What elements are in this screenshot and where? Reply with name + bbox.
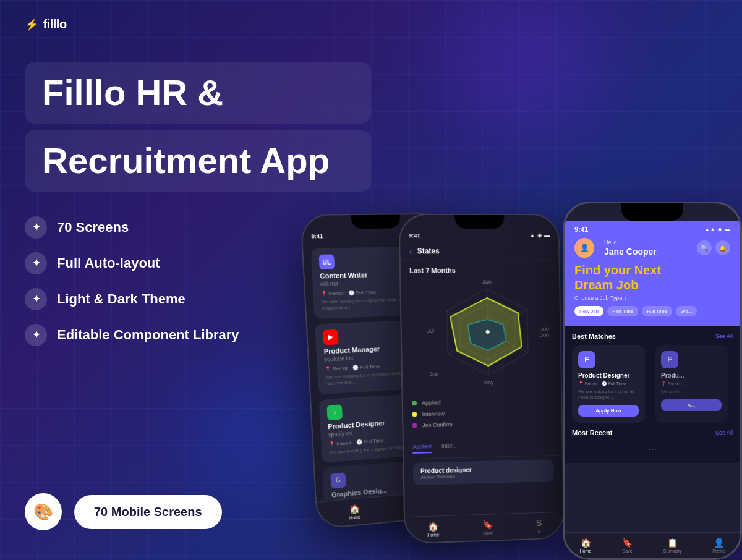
company-logo-2: ▶ <box>323 329 339 345</box>
bm-type-1: 🕐 Full Time <box>602 381 626 386</box>
tab-applied[interactable]: Applied <box>412 443 432 454</box>
nav-home-label-1: Home <box>349 515 360 520</box>
nav-home-1[interactable]: 🏠 Home <box>348 504 360 520</box>
feature-label-3: Light & Dark Theme <box>57 291 186 307</box>
phone-3-user-row: 👤 Hello Jane Cooper 🔍 🔔 <box>574 238 730 258</box>
feature-icon-4: ✦ <box>25 324 47 346</box>
phone-2-status-bar: 9:41 ▲ ◈ ▬ <box>400 229 558 243</box>
phone-3-user-info: 👤 Hello Jane Cooper <box>574 238 657 258</box>
company-logo-4: G <box>330 472 346 488</box>
brand-logo: ⚡ filllo <box>25 17 67 32</box>
phone-3-header: 9:41 ▲▲ ◈ ▬ 👤 Hello Jane Cooper 🔍 <box>565 221 740 326</box>
chip-new-job[interactable]: New Job <box>574 306 603 316</box>
chip-work[interactable]: Wo... <box>676 306 697 316</box>
job-type-1: 🕐 Full Time <box>348 289 376 295</box>
user-greeting-block: Hello Jane Cooper <box>604 239 657 257</box>
screens-badge[interactable]: 70 Mobile Screens <box>74 495 222 529</box>
job-type-2: 🕐 Full Time <box>352 363 380 370</box>
user-avatar: 👤 <box>574 238 594 258</box>
nav-summary-3[interactable]: 📋 Summary <box>663 538 682 553</box>
phone-2-notch <box>454 215 504 229</box>
chip-full-time[interactable]: Full Time <box>642 306 672 316</box>
chart-area: Last 7 Months Jan 300 200 Jul Jun May <box>401 260 561 395</box>
home-icon-1: 🏠 <box>349 504 360 515</box>
logo-icon: ⚡ <box>25 18 38 32</box>
best-match-card-2[interactable]: F Produ... 📍 Remo... We are lo... A... <box>655 345 728 423</box>
feature-label-1: 70 Screens <box>57 219 129 235</box>
radar-label-jul: Jul <box>427 328 434 334</box>
phone-1-notch <box>351 214 401 229</box>
nav-summary-label-3: Summary <box>663 549 682 553</box>
radar-label-may: May <box>484 380 495 386</box>
most-recent-title: Most Recent <box>572 429 612 436</box>
radar-label-300: 300 <box>540 326 549 333</box>
progress-items: Applied Interview Job Confirm <box>403 392 562 439</box>
phone-2-title: States <box>417 247 440 255</box>
phone-3-status-bar: 9:41 ▲▲ ◈ ▬ <box>574 226 730 233</box>
nav-summary-2[interactable]: S S <box>536 518 542 533</box>
phone-1-time: 9:41 <box>311 233 323 239</box>
notification-button[interactable]: 🔔 <box>715 240 730 255</box>
bm-title-2: Produ... <box>661 372 722 379</box>
feature-label-2: Full Auto-layout <box>57 255 160 271</box>
figma-badge[interactable]: 🎨 <box>25 493 62 530</box>
greeting-label: Hello <box>604 239 657 245</box>
company-logo-1: UL <box>319 254 335 269</box>
phone-3-time: 9:41 <box>574 226 588 233</box>
save-icon-3: 🔖 <box>622 538 633 548</box>
job-type-chips: New Job Part Time Full Time Wo... <box>574 306 730 316</box>
signal-icon-3: ▲▲ <box>704 226 715 232</box>
apply-now-button-2[interactable]: A... <box>661 399 722 411</box>
radar-svg: Jan 300 200 Jul Jun May <box>419 276 556 389</box>
dot-interview <box>412 412 417 417</box>
chip-part-time[interactable]: Part Time <box>607 306 638 316</box>
battery-icon-3: ▬ <box>725 226 730 232</box>
phone-3-notch <box>621 203 683 221</box>
nav-profile-3[interactable]: 👤 Profile <box>712 538 725 553</box>
feature-icon-1: ✦ <box>25 216 47 239</box>
user-name: Jane Cooper <box>604 247 657 257</box>
job-location-1: 📍 Remot <box>321 291 344 297</box>
phone-2-status-icons: ▲ ◈ ▬ <box>529 232 550 239</box>
phone-2-bottom-nav: 🏠 Home 🔖 Save S S <box>405 512 563 543</box>
bm-location-2: 📍 Remo... <box>661 381 683 386</box>
search-button[interactable]: 🔍 <box>697 240 712 255</box>
nav-save-2[interactable]: 🔖 Save <box>482 519 493 535</box>
bm-desc-1: We are looking for a dynamic Product des… <box>578 389 639 400</box>
wifi-icon-2: ◈ <box>537 232 542 239</box>
back-button-2[interactable]: ‹ <box>409 246 412 256</box>
bm-logo-2: F <box>661 351 678 368</box>
hero-headline: Find your NextDream Job <box>574 263 730 292</box>
signal-icon-2: ▲ <box>529 232 535 239</box>
job-type-3: 🕐 Full Time <box>356 438 384 445</box>
summary-icon-2: S <box>536 518 542 528</box>
bm-desc-2: We are lo... <box>661 389 722 394</box>
job-location-2: 📍 Remot <box>325 365 348 372</box>
nav-summary-label-2: S <box>537 529 540 533</box>
bottom-cta: 🎨 70 Mobile Screens <box>25 493 222 530</box>
screens-label: 70 Mobile Screens <box>94 505 202 519</box>
radar-chart: Jan 300 200 Jul Jun May <box>419 276 544 389</box>
dot-applied <box>412 401 417 405</box>
best-match-card-1[interactable]: F Product Designer 📍 Remot 🕐 Full Time W… <box>572 345 645 423</box>
nav-save-3[interactable]: 🔖 Save <box>622 538 633 553</box>
profile-icon-3: 👤 <box>714 538 724 548</box>
save-icon-2: 🔖 <box>482 519 493 530</box>
nav-home-3[interactable]: 🏠 Home <box>580 538 592 553</box>
label-applied: Applied <box>422 397 553 406</box>
phone-3-body: Best Matches See All F Product Designer … <box>565 326 740 463</box>
apply-now-button[interactable]: Apply Now <box>578 405 639 417</box>
company-logo-3: ♪ <box>326 404 343 420</box>
most-recent-section: Most Recent See All • • • <box>572 429 733 457</box>
tab-row-2: Applied Inter... <box>404 435 562 459</box>
nav-home-2[interactable]: 🏠 Home <box>427 521 439 537</box>
logo-text: filllo <box>43 17 67 32</box>
most-recent-see-all[interactable]: See All <box>715 430 733 436</box>
phone-3-status-icons: ▲▲ ◈ ▬ <box>704 226 730 232</box>
most-recent-placeholder: • • • <box>572 441 733 457</box>
phone-2-header: ‹ States <box>400 242 558 261</box>
job-location-3: 📍 Remot <box>328 440 351 448</box>
applied-card[interactable]: Product designer Akibur Rahman <box>413 459 554 485</box>
tab-interview[interactable]: Inter... <box>441 443 457 453</box>
best-matches-see-all[interactable]: See All <box>715 333 733 339</box>
